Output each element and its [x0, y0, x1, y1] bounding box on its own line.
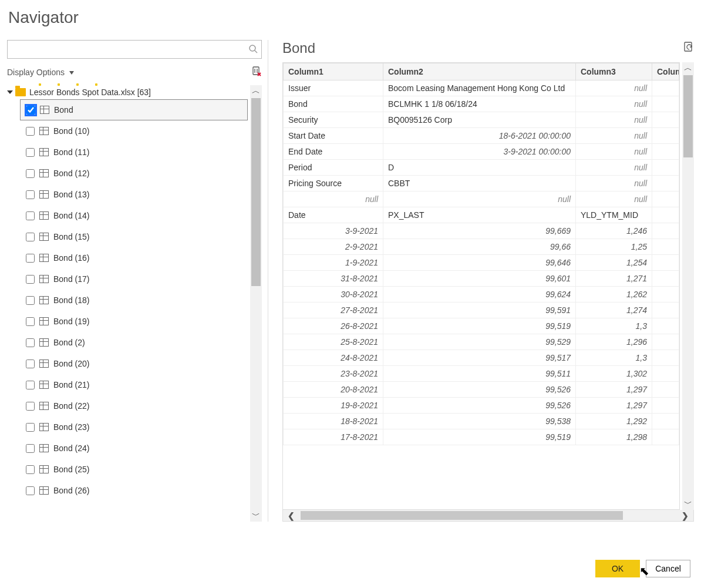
tree-item-checkbox[interactable]: [26, 275, 35, 284]
tree-item[interactable]: Bond (26): [20, 480, 248, 501]
scroll-right-icon[interactable]: ❯: [677, 510, 693, 521]
tree-item-checkbox[interactable]: [26, 402, 35, 411]
table-row[interactable]: Pricing SourceCBBTnull: [284, 176, 679, 191]
table-row[interactable]: 1-9-202199,6461,254: [284, 255, 679, 271]
tree-item[interactable]: Bond (18): [20, 290, 248, 311]
cell: [652, 160, 679, 176]
tree-root[interactable]: Lessor Bonds Spot Data.xlsx [63]: [7, 85, 248, 99]
table-row[interactable]: 17-8-202199,5191,298: [284, 429, 679, 445]
tree-item-checkbox[interactable]: [26, 338, 35, 347]
tree-item-checkbox[interactable]: [26, 211, 35, 220]
tree-item[interactable]: Bond (19): [20, 311, 248, 332]
tree-item-checkbox[interactable]: [26, 296, 35, 305]
tree-item[interactable]: Bond (24): [20, 438, 248, 459]
cell: null: [576, 80, 652, 96]
cell: [652, 80, 679, 96]
tree-item-checkbox[interactable]: [26, 381, 35, 389]
scrollbar-thumb[interactable]: [251, 98, 261, 286]
column-header[interactable]: Column3: [576, 63, 652, 80]
table-row[interactable]: IssuerBocom Leasing Management Hong Kong…: [284, 80, 679, 96]
tree-item-label: Bond (16): [53, 253, 89, 263]
scroll-left-icon[interactable]: ❮: [283, 510, 299, 521]
preview-vertical-scrollbar[interactable]: ︿ ﹀: [682, 62, 694, 510]
table-row[interactable]: 18-8-202199,5381,292: [284, 414, 679, 429]
cell: 1-9-2021: [284, 255, 383, 271]
tree-item[interactable]: Bond (17): [20, 268, 248, 290]
table-row[interactable]: 3-9-202199,6691,246: [284, 223, 679, 239]
tree-item-checkbox[interactable]: [26, 254, 35, 263]
table-row[interactable]: BondBCLMHK 1 1/8 06/18/24null: [284, 96, 679, 112]
tree-item[interactable]: Bond (10): [20, 120, 248, 142]
table-row[interactable]: 30-8-202199,6241,262: [284, 287, 679, 303]
table-row[interactable]: 25-8-202199,5291,296: [284, 334, 679, 350]
table-row[interactable]: 31-8-202199,6011,271: [284, 271, 679, 287]
tree-item-checkbox[interactable]: [26, 486, 35, 495]
scrollbar-thumb[interactable]: [301, 511, 623, 520]
search-input[interactable]: [12, 44, 248, 55]
ok-button[interactable]: OK: [595, 560, 640, 577]
table-row[interactable]: 20-8-202199,5261,297: [284, 382, 679, 398]
table-row[interactable]: 24-8-202199,5171,3: [284, 350, 679, 366]
search-box[interactable]: [7, 40, 262, 59]
tree-item[interactable]: Bond (22): [20, 395, 248, 416]
cell: CBBT: [383, 176, 576, 191]
tree-scrollbar[interactable]: ︿ ﹀: [250, 85, 262, 522]
tree-item-checkbox[interactable]: [26, 190, 35, 199]
cell: 99,538: [383, 414, 576, 429]
column-header[interactable]: Column2: [383, 63, 576, 80]
column-header[interactable]: Column1: [284, 63, 383, 80]
table-row[interactable]: 27-8-202199,5911,274: [284, 303, 679, 318]
tree-item-checkbox[interactable]: [26, 359, 35, 368]
cancel-button[interactable]: Cancel: [646, 560, 690, 577]
tree-item-checkbox[interactable]: [26, 106, 35, 115]
clear-cache-icon[interactable]: [251, 66, 262, 78]
display-options-label: Display Options: [7, 68, 65, 77]
table-row[interactable]: Start Date18-6-2021 00:00:00null: [284, 128, 679, 144]
tree-item[interactable]: Bond (16): [20, 247, 248, 268]
table-row[interactable]: nullnullnull: [284, 191, 679, 207]
scroll-down-icon[interactable]: ﹀: [682, 498, 694, 510]
cell: YLD_YTM_MID: [576, 207, 652, 223]
table-row[interactable]: PeriodDnull: [284, 160, 679, 176]
scroll-up-icon[interactable]: ︿: [682, 62, 694, 74]
table-row[interactable]: 26-8-202199,5191,3: [284, 318, 679, 334]
scroll-up-icon[interactable]: ︿: [250, 85, 262, 97]
cell: [652, 176, 679, 191]
table-row[interactable]: End Date3-9-2021 00:00:00null: [284, 144, 679, 160]
cell: 99,591: [383, 303, 576, 318]
table-row[interactable]: 23-8-202199,5111,302: [284, 366, 679, 382]
search-icon[interactable]: [248, 44, 258, 55]
column-header[interactable]: Column4: [652, 63, 679, 80]
tree-item[interactable]: Bond (23): [20, 416, 248, 438]
tree-item[interactable]: Bond (21): [20, 374, 248, 395]
preview-horizontal-scrollbar[interactable]: ❮ ❯: [282, 510, 694, 522]
tree-item-checkbox[interactable]: [26, 317, 35, 326]
tree-item[interactable]: Bond (14): [20, 205, 248, 226]
display-options-dropdown[interactable]: Display Options: [7, 68, 74, 77]
scrollbar-thumb[interactable]: [683, 75, 693, 157]
tree-item-checkbox[interactable]: [26, 148, 35, 157]
tree-item-checkbox[interactable]: [26, 444, 35, 453]
tree-item-checkbox[interactable]: [26, 169, 35, 178]
tree-item[interactable]: Bond (25): [20, 459, 248, 480]
table-row[interactable]: SecurityBQ0095126 Corpnull: [284, 112, 679, 128]
table-row[interactable]: 2-9-202199,661,25: [284, 239, 679, 255]
scroll-down-icon[interactable]: ﹀: [250, 510, 262, 522]
cell: 1,297: [576, 398, 652, 414]
tree-item-checkbox[interactable]: [26, 127, 35, 136]
tree-item[interactable]: Bond (20): [20, 353, 248, 374]
expand-collapse-icon[interactable]: [7, 90, 13, 94]
tree-item[interactable]: Bond (15): [20, 226, 248, 247]
tree-item-checkbox[interactable]: [26, 233, 35, 241]
refresh-preview-icon[interactable]: [683, 42, 694, 55]
tree-item[interactable]: Bond: [20, 99, 248, 120]
tree-item[interactable]: Bond (13): [20, 184, 248, 205]
table-row[interactable]: DatePX_LASTYLD_YTM_MID: [284, 207, 679, 223]
tree-item[interactable]: Bond (11): [20, 142, 248, 163]
tree-item[interactable]: Bond (12): [20, 163, 248, 184]
table-row[interactable]: 19-8-202199,5261,297: [284, 398, 679, 414]
tree-item-checkbox[interactable]: [26, 423, 35, 432]
tree-item-checkbox[interactable]: [26, 465, 35, 474]
table-icon: [39, 338, 49, 347]
tree-item[interactable]: Bond (2): [20, 332, 248, 353]
